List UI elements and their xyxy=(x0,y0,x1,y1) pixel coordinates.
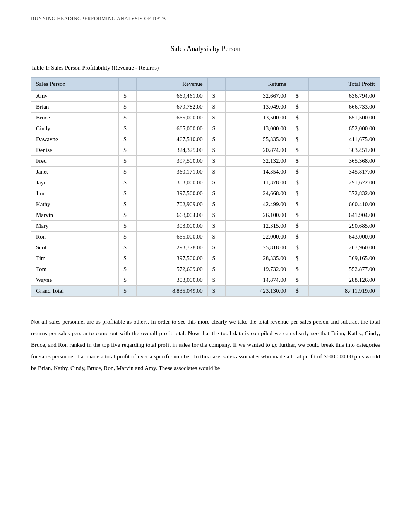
cell-revenue-symbol: $ xyxy=(119,264,137,275)
table-row: Brian$679,782.00$13,049.00$666,733.00 xyxy=(31,102,380,113)
page-title: Sales Analysis by Person xyxy=(31,45,380,53)
cell-revenue-symbol: $ xyxy=(119,134,137,145)
cell-returns: 55,835.00 xyxy=(225,134,291,145)
cell-returns-symbol: $ xyxy=(207,145,225,156)
col-header-rev-sym xyxy=(119,78,137,91)
table-row: Mary$303,000.00$12,315.00$290,685.00 xyxy=(31,221,380,232)
cell-revenue-symbol: $ xyxy=(119,91,137,102)
table-row: Jayn$303,000.00$11,378.00$291,622.00 xyxy=(31,177,380,188)
cell-revenue: 665,000.00 xyxy=(137,113,208,123)
table-row: Jim$397,500.00$24,668.00$372,832.00 xyxy=(31,188,380,199)
table-row: Tim$397,500.00$28,335.00$369,165.00 xyxy=(31,253,380,264)
cell-profit-symbol: $ xyxy=(291,177,309,188)
cell-profit-symbol: $ xyxy=(291,134,309,145)
cell-revenue-symbol: $ xyxy=(119,156,137,167)
cell-profit-symbol: $ xyxy=(291,123,309,134)
cell-revenue-symbol: $ xyxy=(119,145,137,156)
cell-revenue-symbol: $ xyxy=(119,123,137,134)
cell-profit: 291,622.00 xyxy=(309,177,380,188)
cell-profit-symbol: $ xyxy=(291,286,309,297)
cell-profit: 288,126.00 xyxy=(309,275,380,286)
cell-profit: 411,675.00 xyxy=(309,134,380,145)
cell-profit-symbol: $ xyxy=(291,199,309,210)
cell-revenue-symbol: $ xyxy=(119,210,137,221)
cell-profit: 372,832.00 xyxy=(309,188,380,199)
cell-profit: 303,451.00 xyxy=(309,145,380,156)
cell-returns-symbol: $ xyxy=(207,264,225,275)
cell-revenue-symbol: $ xyxy=(119,221,137,232)
cell-sales-person: Grand Total xyxy=(31,286,119,297)
col-header-profit: Total Profit xyxy=(309,78,380,91)
cell-revenue-symbol: $ xyxy=(119,242,137,253)
cell-profit: 345,817.00 xyxy=(309,167,380,177)
cell-returns-symbol: $ xyxy=(207,210,225,221)
cell-revenue: 360,171.00 xyxy=(137,167,208,177)
cell-profit-symbol: $ xyxy=(291,102,309,113)
cell-returns: 423,130.00 xyxy=(225,286,291,297)
table-header-row: Sales Person Revenue Returns Total Profi… xyxy=(31,78,380,91)
cell-returns: 20,874.00 xyxy=(225,145,291,156)
col-header-returns: Returns xyxy=(225,78,291,91)
cell-sales-person: Fred xyxy=(31,156,119,167)
cell-profit: 8,411,919.00 xyxy=(309,286,380,297)
cell-revenue: 324,325.00 xyxy=(137,145,208,156)
table-row: Fred$397,500.00$32,132.00$365,368.00 xyxy=(31,156,380,167)
cell-sales-person: Janet xyxy=(31,167,119,177)
cell-sales-person: Bruce xyxy=(31,113,119,123)
cell-returns: 32,667.00 xyxy=(225,91,291,102)
cell-profit: 643,000.00 xyxy=(309,232,380,242)
cell-revenue: 303,000.00 xyxy=(137,177,208,188)
cell-returns-symbol: $ xyxy=(207,113,225,123)
cell-returns-symbol: $ xyxy=(207,123,225,134)
cell-profit: 365,368.00 xyxy=(309,156,380,167)
col-header-revenue: Revenue xyxy=(137,78,208,91)
cell-revenue: 669,461.00 xyxy=(137,91,208,102)
cell-returns: 32,132.00 xyxy=(225,156,291,167)
cell-profit: 267,960.00 xyxy=(309,242,380,253)
cell-revenue-symbol: $ xyxy=(119,177,137,188)
cell-revenue-symbol: $ xyxy=(119,199,137,210)
cell-revenue: 8,835,049.00 xyxy=(137,286,208,297)
cell-returns: 11,378.00 xyxy=(225,177,291,188)
body-paragraph: Not all sales personnel are as profitabl… xyxy=(31,316,380,374)
running-header: RUNNING HEADINGPERFORMING ANALYSIS OF DA… xyxy=(31,15,380,22)
cell-revenue: 679,782.00 xyxy=(137,102,208,113)
sales-table: Sales Person Revenue Returns Total Profi… xyxy=(31,77,380,297)
cell-profit: 552,877.00 xyxy=(309,264,380,275)
cell-returns-symbol: $ xyxy=(207,177,225,188)
cell-revenue-symbol: $ xyxy=(119,167,137,177)
cell-profit-symbol: $ xyxy=(291,221,309,232)
cell-returns-symbol: $ xyxy=(207,242,225,253)
col-header-prof-sym xyxy=(291,78,309,91)
table-row: Kathy$702,909.00$42,499.00$660,410.00 xyxy=(31,199,380,210)
cell-profit-symbol: $ xyxy=(291,91,309,102)
cell-profit-symbol: $ xyxy=(291,232,309,242)
cell-sales-person: Scot xyxy=(31,242,119,253)
cell-returns-symbol: $ xyxy=(207,156,225,167)
cell-profit-symbol: $ xyxy=(291,210,309,221)
cell-returns: 19,732.00 xyxy=(225,264,291,275)
cell-profit: 636,794.00 xyxy=(309,91,380,102)
cell-revenue-symbol: $ xyxy=(119,232,137,242)
cell-profit-symbol: $ xyxy=(291,113,309,123)
cell-sales-person: Tom xyxy=(31,264,119,275)
cell-profit: 660,410.00 xyxy=(309,199,380,210)
cell-revenue: 665,000.00 xyxy=(137,232,208,242)
cell-sales-person: Amy xyxy=(31,91,119,102)
cell-revenue-symbol: $ xyxy=(119,286,137,297)
cell-revenue: 303,000.00 xyxy=(137,221,208,232)
cell-returns-symbol: $ xyxy=(207,199,225,210)
cell-profit: 290,685.00 xyxy=(309,221,380,232)
running-subtitle: PERFORMING ANALYSIS OF DATA xyxy=(81,15,166,21)
table-row: Dawayne$467,510.00$55,835.00$411,675.00 xyxy=(31,134,380,145)
col-header-ret-sym xyxy=(207,78,225,91)
cell-returns-symbol: $ xyxy=(207,253,225,264)
cell-revenue: 303,000.00 xyxy=(137,275,208,286)
cell-revenue: 293,778.00 xyxy=(137,242,208,253)
cell-returns-symbol: $ xyxy=(207,188,225,199)
cell-returns: 22,000.00 xyxy=(225,232,291,242)
cell-returns: 26,100.00 xyxy=(225,210,291,221)
cell-sales-person: Mary xyxy=(31,221,119,232)
cell-revenue: 397,500.00 xyxy=(137,156,208,167)
cell-sales-person: Jayn xyxy=(31,177,119,188)
